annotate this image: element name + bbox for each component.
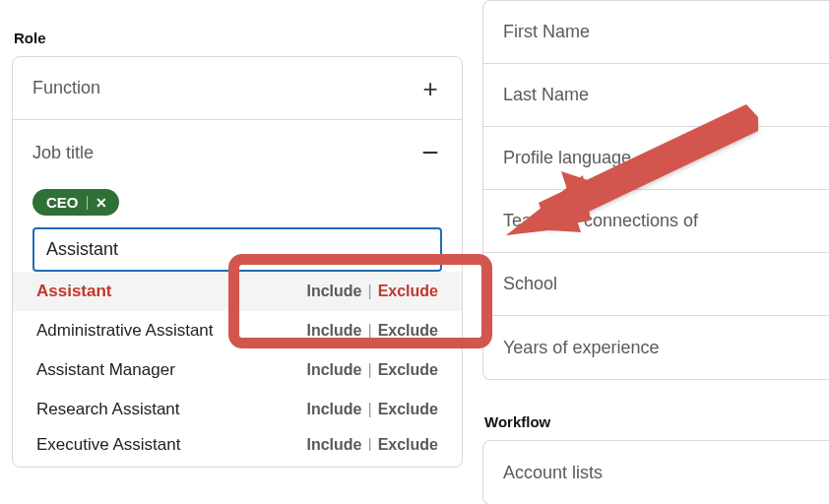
exclude-button[interactable]: Exclude: [378, 361, 438, 379]
filter-row-label: TeamLink connections of: [503, 211, 698, 231]
filter-account-lists[interactable]: Account lists: [483, 441, 829, 504]
suggestions-list: Assistant Include | Exclude Administrati…: [13, 272, 462, 451]
suggestion-label: Assistant: [36, 282, 112, 301]
chip-ceo[interactable]: CEO ✕: [32, 189, 119, 216]
include-button[interactable]: Include: [306, 436, 361, 451]
suggestion-item[interactable]: Administrative Assistant Include | Exclu…: [13, 311, 462, 350]
filter-row-label: Profile language: [503, 148, 631, 168]
chip-label: CEO: [46, 194, 79, 211]
filter-row-label: Last Name: [503, 85, 589, 105]
chip-separator: [87, 196, 88, 210]
suggestion-label: Research Assistant: [36, 400, 180, 419]
suggestion-item[interactable]: Assistant Manager Include | Exclude: [13, 350, 462, 390]
action-separator: |: [367, 401, 371, 418]
include-button[interactable]: Include: [306, 283, 361, 300]
action-separator: |: [367, 283, 371, 300]
filter-years-experience[interactable]: Years of experience: [483, 316, 829, 379]
filter-first-name[interactable]: First Name: [483, 1, 829, 64]
filter-function-label: Function: [32, 78, 100, 98]
filter-last-name[interactable]: Last Name: [483, 64, 829, 127]
exclude-button[interactable]: Exclude: [378, 322, 438, 340]
filter-teamlink-connections[interactable]: TeamLink connections of: [483, 190, 829, 253]
action-separator: |: [367, 361, 371, 379]
filter-row-label: School: [503, 274, 557, 294]
suggestion-actions: Include | Exclude: [306, 401, 438, 418]
suggestion-item[interactable]: Executive Assistant Include | Exclude: [13, 429, 462, 451]
section-label-role: Role: [12, 0, 463, 56]
filter-jobtitle-label: Job title: [32, 143, 94, 163]
section-label-workflow: Workflow: [482, 380, 829, 440]
include-button[interactable]: Include: [306, 361, 361, 379]
include-button[interactable]: Include: [306, 401, 361, 418]
action-separator: |: [367, 322, 371, 340]
suggestion-actions: Include | Exclude: [306, 361, 438, 379]
filter-jobtitle-header[interactable]: Job title −: [13, 120, 462, 185]
suggestion-label: Administrative Assistant: [36, 321, 214, 341]
filter-row-label: Account lists: [503, 463, 603, 483]
jobtitle-body: CEO ✕ Assistant Include | Exclude Admini…: [13, 185, 462, 467]
suggestion-label: Executive Assistant: [36, 435, 180, 451]
include-button[interactable]: Include: [306, 322, 361, 340]
exclude-button[interactable]: Exclude: [378, 401, 438, 418]
minus-icon: −: [418, 138, 442, 167]
jobtitle-search-input[interactable]: [32, 227, 442, 272]
action-separator: |: [367, 436, 371, 451]
plus-icon: +: [418, 76, 442, 101]
suggestion-actions: Include | Exclude: [306, 322, 438, 340]
filter-profile-language[interactable]: Profile language: [483, 127, 829, 190]
suggestion-item[interactable]: Assistant Include | Exclude: [13, 272, 462, 311]
suggestion-label: Assistant Manager: [36, 360, 175, 380]
close-icon[interactable]: ✕: [96, 195, 107, 211]
filter-school[interactable]: School: [483, 253, 829, 316]
filter-row-label: First Name: [503, 22, 590, 42]
filter-function-row[interactable]: Function +: [13, 57, 462, 120]
right-filter-box: First Name Last Name Profile language Te…: [482, 0, 829, 380]
filter-row-label: Years of experience: [503, 338, 659, 358]
suggestion-actions: Include | Exclude: [306, 283, 438, 300]
exclude-button[interactable]: Exclude: [378, 283, 438, 300]
exclude-button[interactable]: Exclude: [378, 436, 438, 451]
role-filter-box: Function + Job title − CEO ✕ Assistant: [12, 56, 463, 468]
suggestion-actions: Include | Exclude: [306, 436, 438, 451]
suggestion-item[interactable]: Research Assistant Include | Exclude: [13, 390, 462, 429]
workflow-filter-box: Account lists: [482, 440, 829, 504]
chips-container: CEO ✕: [32, 185, 442, 227]
